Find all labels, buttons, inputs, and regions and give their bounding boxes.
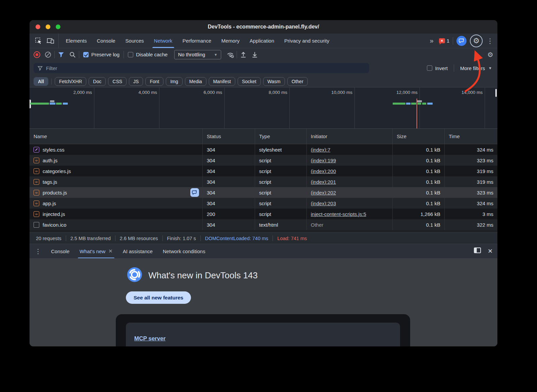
import-har-icon[interactable] [238, 50, 248, 59]
cell-initiator: (index):7 [307, 144, 393, 155]
main-tabbar: ElementsConsoleSourcesNetworkPerformance… [30, 34, 497, 48]
request-name: auth.js [43, 158, 57, 163]
table-row[interactable]: styles.css304stylesheet(index):70.1 kB32… [30, 144, 497, 155]
tab-network[interactable]: Network [149, 34, 178, 48]
tab-sources[interactable]: Sources [120, 34, 149, 48]
type-chip-img[interactable]: Img [166, 77, 182, 86]
drawer-tab-label: Network conditions [163, 248, 205, 254]
drawer-tab-what-s-new[interactable]: What's new✕ [75, 244, 118, 258]
drawer-menu-kebab-icon[interactable]: ⋮ [30, 247, 46, 255]
clear-network-log-icon[interactable] [45, 52, 51, 58]
cell-type: script [255, 176, 307, 187]
table-row[interactable]: ‹›categories.js304script(index):2000.1 k… [30, 166, 497, 176]
initiator-link[interactable]: (index):202 [311, 190, 336, 195]
initiator-link[interactable]: (index):201 [311, 179, 336, 185]
mcp-server-link[interactable]: MCP server [134, 335, 165, 342]
inspect-element-icon[interactable] [34, 36, 44, 46]
tab-console[interactable]: Console [92, 34, 120, 48]
tab-privacy-and-security[interactable]: Privacy and security [279, 34, 334, 48]
network-overview-timeline[interactable]: 2,000 ms4,000 ms6,000 ms8,000 ms10,000 m… [30, 88, 497, 129]
whats-new-card: MCP server [116, 314, 410, 346]
throttling-select[interactable]: No throttling ▼ [174, 50, 221, 59]
cell-size: 0.1 kB [393, 187, 445, 198]
initiator-link[interactable]: (index):7 [311, 147, 330, 153]
table-row[interactable]: ‹›injected.js200scriptinject-content-scr… [30, 209, 497, 219]
load-event-line [417, 99, 417, 128]
column-header-name[interactable]: Name [30, 129, 203, 144]
cell-size: 0.1 kB [393, 198, 445, 209]
whats-new-card-inner: MCP server [126, 323, 400, 346]
type-chip-js[interactable]: JS [129, 77, 143, 86]
filter-input[interactable]: Filter [34, 63, 369, 73]
disable-cache-checkbox[interactable]: Disable cache [125, 52, 170, 57]
ai-assistance-icon[interactable] [456, 36, 467, 46]
drawer-tab-network-conditions[interactable]: Network conditions [158, 244, 210, 258]
tab-elements[interactable]: Elements [61, 34, 92, 48]
filter-funnel-icon[interactable] [56, 50, 66, 59]
overview-scroll-handle[interactable] [495, 89, 497, 97]
console-error-badge[interactable]: ✕ 1 [439, 38, 449, 44]
column-header-size[interactable]: Size [393, 129, 445, 144]
column-header-initiator[interactable]: Initiator [307, 129, 393, 144]
request-name: styles.css [43, 147, 64, 153]
cell-status: 304 [203, 155, 255, 166]
type-chip-wasm[interactable]: Wasm [263, 77, 285, 86]
network-toolbar: Preserve log Disable cache No throttling… [30, 48, 497, 61]
column-header-time[interactable]: Time [445, 129, 497, 144]
column-header-status[interactable]: Status [203, 129, 255, 144]
tab-application[interactable]: Application [245, 34, 279, 48]
type-chip-media[interactable]: Media [185, 77, 206, 86]
table-row[interactable]: ‹›auth.js304script(index):1990.1 kB323 m… [30, 155, 497, 166]
table-row[interactable]: favicon.ico304text/htmlOther0.1 kB322 ms [30, 219, 497, 230]
type-chip-socket[interactable]: Socket [238, 77, 261, 86]
search-icon[interactable] [67, 50, 78, 59]
invert-checkbox[interactable]: Invert [427, 65, 448, 71]
device-toolbar-icon[interactable] [46, 36, 56, 46]
more-tabs-chevron-icon[interactable]: » [427, 37, 436, 45]
ai-assistance-badge-icon[interactable] [190, 188, 199, 197]
column-header-type[interactable]: Type [255, 129, 307, 144]
script-file-icon: ‹› [34, 158, 39, 163]
more-filters-dropdown[interactable]: More filters ▼ [460, 65, 492, 71]
close-tab-icon[interactable]: ✕ [108, 248, 113, 254]
type-chip-doc[interactable]: Doc [89, 77, 106, 86]
network-conditions-icon[interactable] [225, 50, 235, 59]
dock-side-panel-icon[interactable] [474, 247, 481, 255]
table-row[interactable]: ‹›products.js304script(index):2020.1 kB3… [30, 187, 497, 198]
cell-initiator: (index):201 [307, 176, 393, 187]
overview-tick-label: 14,000 ms [434, 90, 483, 95]
drawer-tab-ai-assistance[interactable]: AI assistance [118, 244, 158, 258]
initiator-link[interactable]: inject-content-scripts.js:5 [311, 211, 366, 217]
initiator-link[interactable]: (index):200 [311, 168, 336, 174]
cell-name: favicon.ico [30, 219, 203, 230]
close-drawer-icon[interactable]: ✕ [488, 247, 493, 255]
customize-devtools-kebab-icon[interactable]: ⋮ [486, 37, 494, 45]
cell-type: script [255, 155, 307, 166]
overview-tick-label: 10,000 ms [304, 90, 352, 95]
cell-name: ‹›categories.js [30, 166, 203, 176]
initiator-link[interactable]: (index):199 [311, 158, 336, 163]
type-chip-css[interactable]: CSS [108, 77, 127, 86]
network-settings-gear-icon[interactable]: ⚙ [487, 51, 493, 59]
drawer-tab-console[interactable]: Console [46, 244, 75, 258]
export-har-icon[interactable] [250, 50, 260, 59]
record-network-log-button[interactable] [34, 51, 40, 58]
tab-performance[interactable]: Performance [178, 34, 216, 48]
overview-request-bar [393, 103, 405, 105]
type-chip-manifest[interactable]: Manifest [209, 77, 235, 86]
type-chip-fetch-xhr[interactable]: Fetch/XHR [55, 77, 86, 86]
table-row[interactable]: ‹›app.js304script(index):2030.1 kB324 ms [30, 198, 497, 209]
tab-memory[interactable]: Memory [216, 34, 245, 48]
overview-request-bar [411, 103, 416, 105]
type-chip-other[interactable]: Other [287, 77, 308, 86]
settings-gear-button[interactable]: ⚙ [470, 35, 483, 47]
preserve-log-checkbox[interactable]: Preserve log [81, 52, 122, 57]
initiator-link[interactable]: (index):203 [311, 201, 336, 206]
table-row[interactable]: ‹›tags.js304script(index):2010.1 kB319 m… [30, 176, 497, 187]
type-chip-font[interactable]: Font [145, 77, 163, 86]
type-chip-all[interactable]: All [34, 77, 48, 86]
see-all-new-features-button[interactable]: See all new features [126, 291, 191, 304]
cell-type: script [255, 166, 307, 176]
overview-tick-label: 2,000 ms [44, 90, 92, 95]
cell-initiator: (index):203 [307, 198, 393, 209]
